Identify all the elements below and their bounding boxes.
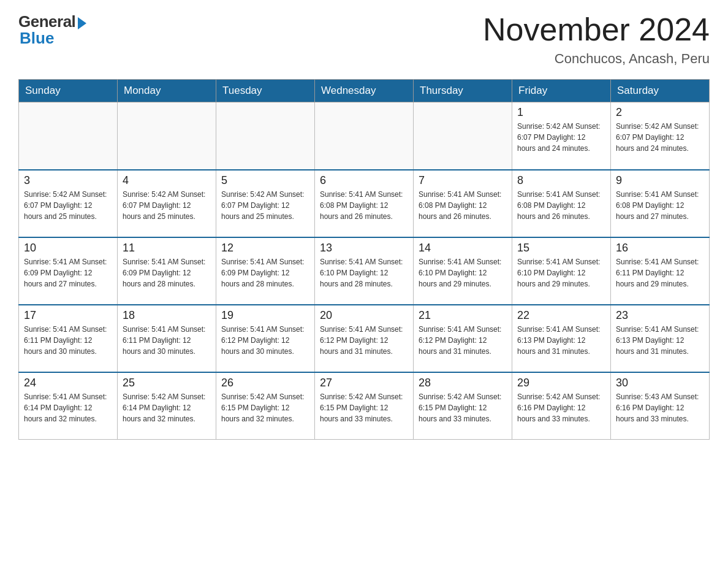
day-number: 20 — [320, 309, 408, 322]
day-number: 2 — [616, 106, 704, 119]
day-info: Sunrise: 5:41 AM Sunset: 6:12 PM Dayligh… — [320, 324, 408, 357]
day-number: 24 — [24, 377, 112, 389]
calendar-cell — [19, 102, 118, 170]
calendar-header-wednesday: Wednesday — [315, 80, 414, 102]
calendar-cell — [414, 102, 512, 170]
calendar-week-row: 24Sunrise: 5:41 AM Sunset: 6:14 PM Dayli… — [19, 372, 710, 440]
calendar-cell: 20Sunrise: 5:41 AM Sunset: 6:12 PM Dayli… — [315, 305, 414, 372]
calendar-header-sunday: Sunday — [19, 80, 118, 102]
logo-arrow-icon — [78, 17, 86, 29]
day-info: Sunrise: 5:41 AM Sunset: 6:08 PM Dayligh… — [320, 189, 408, 222]
calendar-cell: 9Sunrise: 5:41 AM Sunset: 6:08 PM Daylig… — [611, 170, 710, 237]
day-info: Sunrise: 5:41 AM Sunset: 6:13 PM Dayligh… — [517, 324, 605, 357]
calendar-cell: 19Sunrise: 5:41 AM Sunset: 6:12 PM Dayli… — [216, 305, 315, 372]
logo: General Blue — [18, 12, 86, 48]
calendar-cell: 17Sunrise: 5:41 AM Sunset: 6:11 PM Dayli… — [19, 305, 118, 372]
calendar-week-row: 1Sunrise: 5:42 AM Sunset: 6:07 PM Daylig… — [19, 102, 710, 170]
calendar-cell: 11Sunrise: 5:41 AM Sunset: 6:09 PM Dayli… — [118, 237, 216, 305]
calendar-header-friday: Friday — [512, 80, 611, 102]
page-subtitle: Conchucos, Ancash, Peru — [483, 51, 710, 67]
day-info: Sunrise: 5:43 AM Sunset: 6:16 PM Dayligh… — [616, 391, 704, 424]
day-number: 25 — [123, 377, 211, 389]
day-info: Sunrise: 5:42 AM Sunset: 6:15 PM Dayligh… — [221, 391, 309, 424]
calendar-cell: 23Sunrise: 5:41 AM Sunset: 6:13 PM Dayli… — [611, 305, 710, 372]
day-number: 11 — [123, 242, 211, 255]
day-info: Sunrise: 5:42 AM Sunset: 6:07 PM Dayligh… — [24, 189, 112, 222]
calendar-cell: 16Sunrise: 5:41 AM Sunset: 6:11 PM Dayli… — [611, 237, 710, 305]
calendar-cell: 8Sunrise: 5:41 AM Sunset: 6:08 PM Daylig… — [512, 170, 611, 237]
calendar-cell: 22Sunrise: 5:41 AM Sunset: 6:13 PM Dayli… — [512, 305, 611, 372]
day-info: Sunrise: 5:42 AM Sunset: 6:07 PM Dayligh… — [123, 189, 211, 222]
calendar-header-tuesday: Tuesday — [216, 80, 315, 102]
day-info: Sunrise: 5:41 AM Sunset: 6:12 PM Dayligh… — [221, 324, 309, 357]
day-number: 30 — [616, 377, 704, 389]
day-number: 21 — [419, 309, 507, 322]
day-number: 12 — [221, 242, 309, 255]
day-number: 26 — [221, 377, 309, 389]
calendar-week-row: 10Sunrise: 5:41 AM Sunset: 6:09 PM Dayli… — [19, 237, 710, 305]
calendar-cell: 3Sunrise: 5:42 AM Sunset: 6:07 PM Daylig… — [19, 170, 118, 237]
day-number: 22 — [517, 309, 605, 322]
day-number: 9 — [616, 174, 704, 187]
day-info: Sunrise: 5:41 AM Sunset: 6:09 PM Dayligh… — [123, 256, 211, 289]
calendar-cell — [315, 102, 414, 170]
calendar-cell: 12Sunrise: 5:41 AM Sunset: 6:09 PM Dayli… — [216, 237, 315, 305]
calendar-cell — [118, 102, 216, 170]
day-info: Sunrise: 5:42 AM Sunset: 6:14 PM Dayligh… — [123, 391, 211, 424]
day-number: 1 — [517, 106, 605, 119]
calendar-cell: 29Sunrise: 5:42 AM Sunset: 6:16 PM Dayli… — [512, 372, 611, 440]
day-number: 6 — [320, 174, 408, 187]
calendar-header-monday: Monday — [118, 80, 216, 102]
calendar-cell: 24Sunrise: 5:41 AM Sunset: 6:14 PM Dayli… — [19, 372, 118, 440]
day-number: 8 — [517, 174, 605, 187]
day-number: 27 — [320, 377, 408, 389]
calendar-cell: 18Sunrise: 5:41 AM Sunset: 6:11 PM Dayli… — [118, 305, 216, 372]
calendar-cell — [216, 102, 315, 170]
calendar-header-thursday: Thursday — [414, 80, 512, 102]
day-info: Sunrise: 5:41 AM Sunset: 6:10 PM Dayligh… — [320, 256, 408, 289]
day-info: Sunrise: 5:41 AM Sunset: 6:12 PM Dayligh… — [419, 324, 507, 357]
calendar-table: SundayMondayTuesdayWednesdayThursdayFrid… — [18, 79, 710, 440]
page-title: November 2024 — [483, 12, 710, 47]
calendar-cell: 26Sunrise: 5:42 AM Sunset: 6:15 PM Dayli… — [216, 372, 315, 440]
calendar-cell: 7Sunrise: 5:41 AM Sunset: 6:08 PM Daylig… — [414, 170, 512, 237]
calendar-cell: 2Sunrise: 5:42 AM Sunset: 6:07 PM Daylig… — [611, 102, 710, 170]
calendar-cell: 25Sunrise: 5:42 AM Sunset: 6:14 PM Dayli… — [118, 372, 216, 440]
calendar-cell: 5Sunrise: 5:42 AM Sunset: 6:07 PM Daylig… — [216, 170, 315, 237]
logo-blue-text: Blue — [20, 29, 54, 48]
calendar-cell: 6Sunrise: 5:41 AM Sunset: 6:08 PM Daylig… — [315, 170, 414, 237]
calendar-cell: 1Sunrise: 5:42 AM Sunset: 6:07 PM Daylig… — [512, 102, 611, 170]
day-number: 15 — [517, 242, 605, 255]
calendar-week-row: 17Sunrise: 5:41 AM Sunset: 6:11 PM Dayli… — [19, 305, 710, 372]
calendar-cell: 15Sunrise: 5:41 AM Sunset: 6:10 PM Dayli… — [512, 237, 611, 305]
day-number: 18 — [123, 309, 211, 322]
day-number: 7 — [419, 174, 507, 187]
calendar-cell: 14Sunrise: 5:41 AM Sunset: 6:10 PM Dayli… — [414, 237, 512, 305]
calendar-header-row: SundayMondayTuesdayWednesdayThursdayFrid… — [19, 80, 710, 102]
day-number: 23 — [616, 309, 704, 322]
day-info: Sunrise: 5:41 AM Sunset: 6:11 PM Dayligh… — [123, 324, 211, 357]
calendar-cell: 10Sunrise: 5:41 AM Sunset: 6:09 PM Dayli… — [19, 237, 118, 305]
day-info: Sunrise: 5:42 AM Sunset: 6:07 PM Dayligh… — [616, 121, 704, 154]
day-info: Sunrise: 5:41 AM Sunset: 6:10 PM Dayligh… — [419, 256, 507, 289]
day-info: Sunrise: 5:41 AM Sunset: 6:09 PM Dayligh… — [221, 256, 309, 289]
day-info: Sunrise: 5:42 AM Sunset: 6:16 PM Dayligh… — [517, 391, 605, 424]
day-info: Sunrise: 5:41 AM Sunset: 6:08 PM Dayligh… — [616, 189, 704, 222]
day-number: 16 — [616, 242, 704, 255]
calendar-cell: 30Sunrise: 5:43 AM Sunset: 6:16 PM Dayli… — [611, 372, 710, 440]
day-number: 29 — [517, 377, 605, 389]
calendar-cell: 21Sunrise: 5:41 AM Sunset: 6:12 PM Dayli… — [414, 305, 512, 372]
day-number: 5 — [221, 174, 309, 187]
day-info: Sunrise: 5:41 AM Sunset: 6:14 PM Dayligh… — [24, 391, 112, 424]
day-info: Sunrise: 5:41 AM Sunset: 6:11 PM Dayligh… — [616, 256, 704, 289]
calendar-cell: 27Sunrise: 5:42 AM Sunset: 6:15 PM Dayli… — [315, 372, 414, 440]
day-info: Sunrise: 5:41 AM Sunset: 6:08 PM Dayligh… — [419, 189, 507, 222]
page-header: General Blue November 2024 Conchucos, An… — [18, 12, 710, 67]
calendar-cell: 13Sunrise: 5:41 AM Sunset: 6:10 PM Dayli… — [315, 237, 414, 305]
day-info: Sunrise: 5:41 AM Sunset: 6:10 PM Dayligh… — [517, 256, 605, 289]
day-number: 3 — [24, 174, 112, 187]
calendar-cell: 4Sunrise: 5:42 AM Sunset: 6:07 PM Daylig… — [118, 170, 216, 237]
calendar-week-row: 3Sunrise: 5:42 AM Sunset: 6:07 PM Daylig… — [19, 170, 710, 237]
day-number: 10 — [24, 242, 112, 255]
day-info: Sunrise: 5:41 AM Sunset: 6:11 PM Dayligh… — [24, 324, 112, 357]
